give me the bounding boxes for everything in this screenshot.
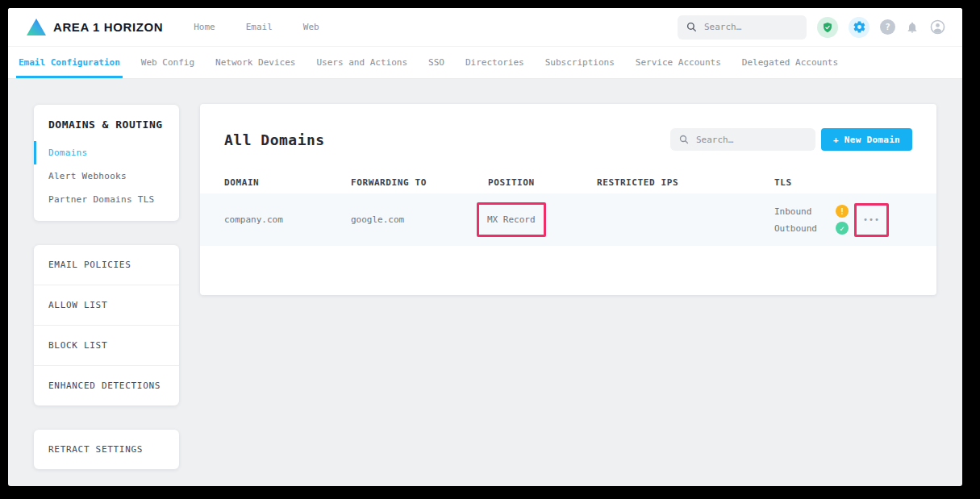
global-search-input[interactable] — [704, 22, 798, 32]
tls-inbound-line: Inbound ! — [774, 205, 854, 218]
column-header-restricted-ips: RESTRICTED IPS — [597, 177, 774, 188]
position-value: MX Record — [487, 214, 536, 225]
tls-outbound-line: Outbound ✓ — [774, 222, 854, 235]
tab-service-accounts[interactable]: Service Accounts — [625, 47, 732, 78]
ellipsis-icon: ••• — [863, 216, 880, 224]
topbar-right: ? — [678, 15, 946, 40]
domain-search[interactable] — [670, 128, 815, 151]
column-header-domain: DOMAIN — [224, 177, 351, 188]
domain-cell: company.com — [224, 214, 351, 225]
search-icon — [679, 135, 689, 144]
column-header-position: POSITION — [488, 177, 597, 188]
check-icon: ✓ — [836, 222, 849, 235]
position-annotation-box: MX Record — [477, 202, 546, 237]
settings-tab-bar: Email Configuration Web Config Network D… — [8, 47, 962, 79]
tls-cell: Inbound ! Outbound ✓ ••• — [774, 203, 912, 237]
app-window: AREA 1 HORIZON Home Email Web — [8, 8, 962, 486]
nav-item-home[interactable]: Home — [194, 22, 215, 32]
tab-users-and-actions[interactable]: Users and Actions — [306, 47, 418, 78]
tab-delegated-accounts[interactable]: Delegated Accounts — [732, 47, 849, 78]
sidebar-item-domains[interactable]: Domains — [34, 141, 179, 164]
position-cell: MX Record — [488, 202, 597, 237]
tab-subscriptions[interactable]: Subscriptions — [535, 47, 625, 78]
sidebar-item-retract-settings[interactable]: RETRACT SETTINGS — [34, 430, 179, 469]
domains-routing-title: DOMAINS & ROUTING — [34, 119, 179, 131]
sidebar-item-allow-list[interactable]: ALLOW LIST — [34, 285, 179, 326]
search-icon — [686, 22, 697, 32]
brand-logo[interactable]: AREA 1 HORIZON — [26, 18, 163, 36]
column-header-tls: TLS — [774, 177, 912, 188]
global-search[interactable] — [678, 15, 807, 40]
sidebar-item-email-policies[interactable]: EMAIL POLICIES — [34, 245, 179, 285]
content-area: DOMAINS & ROUTING Domains Alert Webhooks… — [8, 79, 962, 486]
table-row: company.com google.com MX Record Inbound… — [200, 193, 936, 246]
row-actions-menu[interactable]: ••• — [854, 203, 889, 237]
tls-inbound-label: Inbound — [774, 206, 836, 217]
sidebar-item-block-list[interactable]: BLOCK LIST — [34, 326, 179, 366]
domains-routing-card: DOMAINS & ROUTING Domains Alert Webhooks… — [34, 105, 179, 221]
tab-email-configuration[interactable]: Email Configuration — [8, 47, 131, 78]
page-title: All Domains — [224, 131, 670, 148]
email-policies-card: EMAIL POLICIES ALLOW LIST BLOCK LIST ENH… — [34, 245, 179, 405]
forwarding-to-cell: google.com — [351, 214, 488, 225]
shield-check-icon[interactable] — [817, 17, 838, 38]
new-domain-button[interactable]: + New Domain — [821, 128, 912, 151]
nav-item-email[interactable]: Email — [246, 22, 273, 32]
gear-icon[interactable] — [849, 17, 869, 38]
bell-icon[interactable] — [906, 21, 919, 34]
all-domains-panel: All Domains + New Domain DOMAIN FORWARDI… — [200, 104, 936, 295]
panel-header: All Domains + New Domain — [200, 104, 936, 151]
help-icon[interactable]: ? — [880, 19, 895, 35]
brand-name: AREA 1 HORIZON — [53, 20, 163, 34]
domain-search-input[interactable] — [696, 135, 807, 145]
tab-network-devices[interactable]: Network Devices — [205, 47, 306, 78]
retract-settings-card: RETRACT SETTINGS — [34, 430, 179, 469]
top-bar: AREA 1 HORIZON Home Email Web — [8, 8, 962, 47]
tls-outbound-label: Outbound — [774, 223, 836, 234]
primary-nav: Home Email Web — [194, 22, 319, 32]
account-icon[interactable] — [929, 19, 946, 35]
sidebar: DOMAINS & ROUTING Domains Alert Webhooks… — [34, 105, 179, 486]
column-header-forwarding-to: FORWARDING TO — [351, 177, 488, 188]
nav-item-web[interactable]: Web — [303, 22, 319, 32]
table-header-row: DOMAIN FORWARDING TO POSITION RESTRICTED… — [200, 171, 936, 193]
area1-triangle-logo-icon — [26, 18, 47, 36]
tab-sso[interactable]: SSO — [418, 47, 455, 78]
domains-table: DOMAIN FORWARDING TO POSITION RESTRICTED… — [200, 171, 936, 246]
tab-web-config[interactable]: Web Config — [131, 47, 205, 78]
warning-icon: ! — [836, 205, 849, 218]
sidebar-item-partner-domains-tls[interactable]: Partner Domains TLS — [34, 188, 179, 211]
sidebar-item-enhanced-detections[interactable]: ENHANCED DETECTIONS — [34, 366, 179, 405]
tab-directories[interactable]: Directories — [455, 47, 535, 78]
sidebar-item-alert-webhooks[interactable]: Alert Webhooks — [34, 164, 179, 188]
tls-status-block: Inbound ! Outbound ✓ — [774, 205, 854, 235]
